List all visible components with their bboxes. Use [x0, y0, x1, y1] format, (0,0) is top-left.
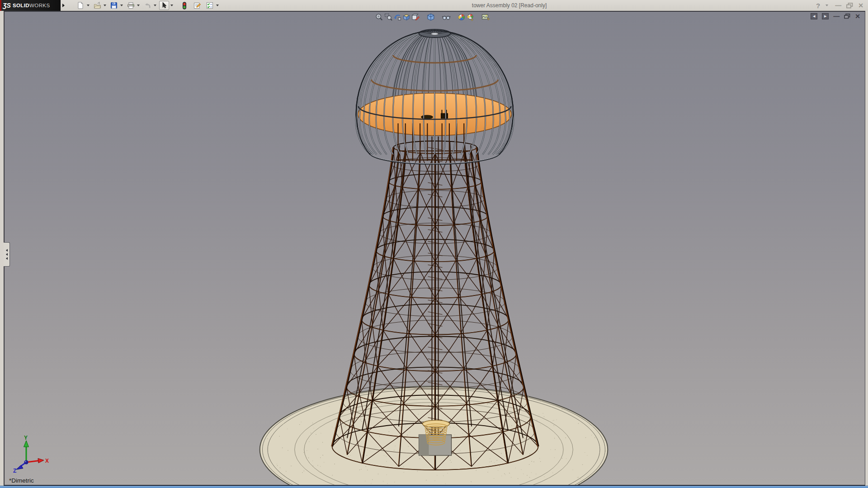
3d-drawing-view-button[interactable] [410, 13, 420, 22]
brand-solid: SOLID [13, 3, 29, 8]
titlebar: ƷS SOLIDWORKS [0, 0, 868, 11]
select-cursor-icon [161, 2, 167, 9]
section-view-icon [402, 13, 410, 21]
new-document-button[interactable] [75, 1, 85, 10]
close-button[interactable]: ✕ [858, 2, 863, 9]
doc-restore-button[interactable] [844, 14, 850, 19]
rebuild-button[interactable] [179, 1, 189, 10]
print-icon [127, 2, 135, 9]
view-settings-icon [481, 13, 490, 21]
open-dropdown[interactable] [104, 5, 106, 6]
collapse-arrow-icon [6, 249, 8, 252]
window-title: tower Assembly 02 [Read-only] [221, 2, 816, 9]
document-window-controls: ◀ ▶ — ✕ [811, 13, 860, 19]
triad-y-label: Y [24, 435, 28, 441]
open-document-button[interactable] [92, 1, 102, 10]
view-settings-button[interactable] [481, 13, 490, 22]
edit-appearance-button[interactable] [457, 13, 466, 22]
undo-icon [144, 2, 151, 9]
ds-logo-glyph: ƷS [3, 2, 11, 9]
save-icon [110, 2, 118, 9]
doc-minimize-button[interactable]: — [833, 13, 840, 19]
new-dropdown[interactable] [87, 5, 90, 6]
save-dropdown[interactable] [120, 5, 123, 6]
restore-button[interactable] [846, 3, 853, 9]
graphics-viewport[interactable]: ◀ ▶ — ✕ Y X Z *Dimetric [4, 11, 865, 486]
triad-z-label: Z [13, 468, 16, 473]
minimize-button[interactable]: — [835, 2, 841, 9]
doc-restore-icon [844, 14, 850, 19]
previous-view-button[interactable] [392, 13, 401, 22]
select-dropdown[interactable] [170, 5, 173, 6]
brand-works: WORKS [29, 3, 50, 8]
menu-flyout-arrow[interactable] [62, 4, 65, 7]
previous-view-icon [393, 13, 401, 21]
taskbar-edge [0, 486, 868, 488]
help-dropdown[interactable] [826, 5, 828, 6]
options-icon [206, 2, 213, 9]
file-properties-icon [193, 2, 201, 9]
titlebar-controls: ? — ✕ [816, 2, 868, 9]
undo-button[interactable] [142, 1, 152, 10]
heads-up-view-toolbar [374, 13, 490, 22]
hide-show-items-icon [441, 13, 450, 21]
display-style-button[interactable] [426, 13, 435, 22]
restore-icon [846, 3, 853, 9]
model-scene[interactable] [5, 12, 865, 485]
3d-drawing-view-icon [411, 13, 419, 21]
undo-dropdown[interactable] [154, 5, 156, 6]
zoom-to-area-button[interactable] [383, 13, 392, 22]
display-style-icon [426, 13, 434, 21]
options-button[interactable] [205, 1, 215, 10]
apply-scene-button[interactable] [466, 13, 475, 22]
doc-close-button[interactable]: ✕ [855, 13, 860, 19]
file-properties-button[interactable] [192, 1, 202, 10]
zoom-to-fit-icon [375, 13, 383, 21]
collapse-arrow-icon [6, 253, 8, 256]
next-window-button[interactable]: ▶ [822, 13, 829, 19]
save-button[interactable] [109, 1, 119, 10]
feature-manager-collapsed-tab[interactable] [4, 242, 10, 267]
select-button[interactable] [159, 1, 169, 10]
new-document-icon [77, 2, 84, 9]
print-button[interactable] [126, 1, 136, 10]
rebuild-traffic-light-icon [182, 2, 187, 9]
triad-x-label: X [45, 458, 49, 464]
print-dropdown[interactable] [137, 5, 140, 6]
collapse-arrow-icon [6, 257, 8, 260]
edit-appearance-icon [457, 13, 465, 21]
standard-toolbar [75, 1, 221, 10]
previous-window-button[interactable]: ◀ [811, 13, 817, 19]
tower-dome [356, 29, 514, 164]
options-dropdown[interactable] [216, 5, 219, 6]
help-button[interactable]: ? [816, 2, 820, 9]
zoom-to-area-icon [384, 13, 392, 21]
section-view-button[interactable] [401, 13, 410, 22]
zoom-to-fit-button[interactable] [374, 13, 383, 22]
open-document-icon [94, 2, 101, 9]
view-orientation-label: *Dimetric [9, 477, 34, 484]
apply-scene-icon [466, 13, 474, 21]
solidworks-logo: ƷS SOLIDWORKS [0, 0, 61, 11]
hide-show-items-button[interactable] [441, 13, 450, 22]
orientation-triad: Y X Z [11, 435, 52, 473]
